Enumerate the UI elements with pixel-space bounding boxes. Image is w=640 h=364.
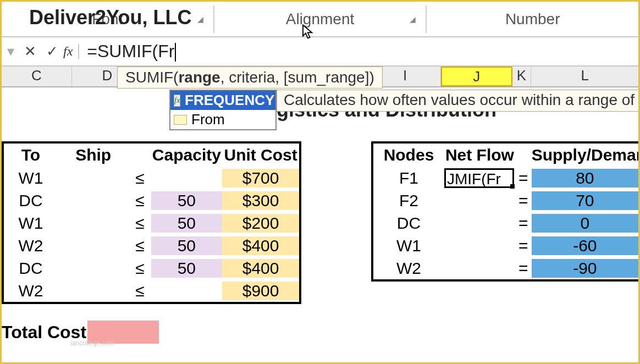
table-row: F2 = 70 xyxy=(373,189,638,212)
insert-function-button[interactable]: fx xyxy=(63,44,79,59)
ribbon-group-alignment[interactable]: Alignment ◢ xyxy=(214,10,426,28)
shipping-table: To Ship Capacity Unit Cost W1 ≤ $700 DC … xyxy=(2,141,301,304)
function-description-tooltip: Calculates how often values occur within… xyxy=(277,90,639,112)
function-signature-tooltip[interactable]: SUMIF(range, criteria, [sum_range]) xyxy=(117,67,383,89)
function-icon: fx xyxy=(174,95,180,107)
header-unit-cost: Unit Cost xyxy=(222,146,299,164)
editing-cell: JMIF(Fr xyxy=(444,168,514,188)
nodes-table: Nodes Net Flow Supply/Demand F1 JMIF(Fr … xyxy=(371,141,640,282)
table-row: DC ≤ 50 $400 xyxy=(4,257,299,279)
table-row: W1 ≤ $700 xyxy=(4,167,299,189)
table-row: DC ≤ 50 $300 xyxy=(4,189,299,212)
watermark: iancollege.com xyxy=(70,339,114,347)
table-header-row: To Ship Capacity Unit Cost xyxy=(4,144,299,167)
header-capacity: Capacity xyxy=(151,146,223,164)
table-header-row: Nodes Net Flow Supply/Demand xyxy=(373,144,638,167)
expand-icon[interactable]: ◢ xyxy=(197,15,203,24)
col-header-j-selected[interactable]: J xyxy=(441,67,512,86)
number-label: Number xyxy=(505,10,560,27)
ribbon-group-number[interactable]: Number xyxy=(427,10,638,28)
page-title: Deliver2You, LLC xyxy=(29,6,191,29)
table-row: W2 = -90 xyxy=(373,257,638,279)
formula-text: =SUMIF(Fr xyxy=(87,41,174,61)
autocomplete-dropdown[interactable]: fx FREQUENCY From xyxy=(169,90,277,130)
enter-button[interactable]: ✓ xyxy=(41,43,63,60)
col-header-l[interactable]: L xyxy=(531,67,638,86)
text-cursor xyxy=(175,43,176,62)
autocomplete-item-frequency[interactable]: fx FREQUENCY xyxy=(170,91,275,110)
name-icon xyxy=(174,115,187,125)
name-box-dropdown[interactable]: ▾ xyxy=(2,43,19,60)
header-netflow: Net Flow xyxy=(444,146,515,164)
column-headers: C D I J K L SUMIF(range, criteria, [sum_… xyxy=(2,67,638,87)
header-ship: Ship xyxy=(58,146,129,164)
table-row: W2 ≤ $900 xyxy=(4,279,299,302)
formula-bar: ▾ ✕ ✓ fx =SUMIF(Fr xyxy=(2,37,638,67)
table-row: DC = 0 xyxy=(373,212,638,234)
col-header-k[interactable]: K xyxy=(512,67,532,86)
formula-input[interactable]: =SUMIF(Fr xyxy=(82,41,638,62)
table-row: W1 = -60 xyxy=(373,234,638,257)
col-header-c[interactable]: C xyxy=(2,67,72,86)
autocomplete-item-from[interactable]: From xyxy=(170,110,275,129)
table-row: W1 ≤ 50 $200 xyxy=(4,212,299,234)
expand-icon[interactable]: ◢ xyxy=(410,15,416,24)
cancel-button[interactable]: ✕ xyxy=(19,43,41,60)
header-to: To xyxy=(4,146,58,164)
table-row: F1 JMIF(Fr = 80 xyxy=(373,167,638,189)
header-supply-demand: Supply/Demand xyxy=(532,146,638,164)
alignment-label: Alignment xyxy=(286,10,355,27)
header-nodes: Nodes xyxy=(373,146,444,164)
table-row: W2 ≤ 50 $400 xyxy=(4,234,299,257)
